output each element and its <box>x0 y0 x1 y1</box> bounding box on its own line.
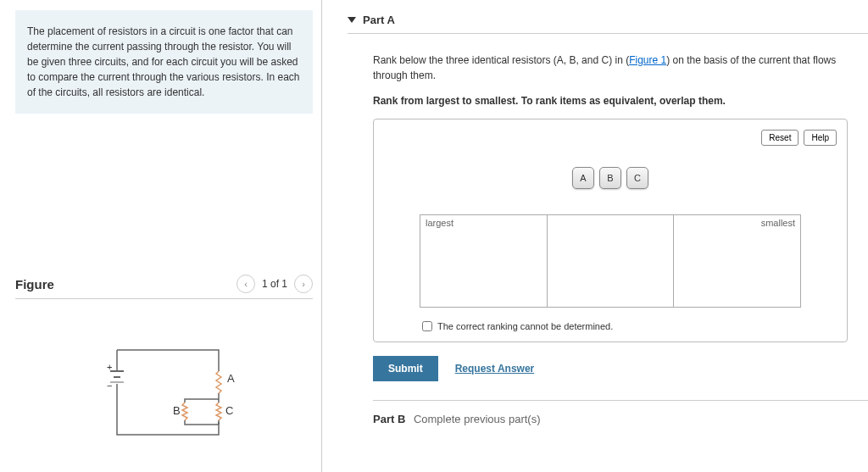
figure-section: Figure ‹ 1 of 1 › <box>15 275 313 446</box>
chevron-left-icon: ‹ <box>244 279 248 289</box>
rank-item-c[interactable]: C <box>626 167 648 189</box>
rank-bin-3[interactable] <box>674 215 800 307</box>
part-b-label: Part B <box>373 413 405 425</box>
ranking-instruction: Rank from largest to smallest. To rank i… <box>373 95 868 107</box>
figure-next-button[interactable]: › <box>294 275 313 293</box>
figure-prev-button[interactable]: ‹ <box>236 275 255 293</box>
circuit-diagram: + − A B C <box>92 333 244 443</box>
rank-bins[interactable]: largest smallest <box>420 214 801 308</box>
smallest-label: smallest <box>761 218 795 228</box>
part-a-header[interactable]: Part A <box>348 7 868 34</box>
cannot-determine-row[interactable]: The correct ranking cannot be determined… <box>384 318 837 331</box>
resistor-b-label: B <box>173 404 181 417</box>
part-b-text: Complete previous part(s) <box>414 413 541 425</box>
rank-items-pool: A B C <box>384 167 837 189</box>
figure-title: Figure <box>15 277 54 292</box>
figure-nav-text: 1 of 1 <box>262 278 287 290</box>
figure-link[interactable]: Figure 1 <box>629 54 666 66</box>
rank-item-a[interactable]: A <box>572 167 594 189</box>
problem-statement: The placement of resistors in a circuit … <box>15 10 313 114</box>
ranking-widget: Reset Help A B C largest smallest The co… <box>373 119 848 342</box>
resistor-c-label: C <box>225 404 233 417</box>
question-text: Rank below the three identical resistors… <box>373 53 868 83</box>
resistor-a-label: A <box>227 372 235 385</box>
request-answer-link[interactable]: Request Answer <box>455 363 535 375</box>
help-button[interactable]: Help <box>804 130 837 146</box>
part-a-title: Part A <box>363 14 395 26</box>
battery-minus-label: − <box>107 380 112 391</box>
cannot-determine-checkbox[interactable] <box>422 321 432 331</box>
rank-bin-1[interactable] <box>420 215 548 307</box>
largest-label: largest <box>426 218 453 228</box>
rank-item-b[interactable]: B <box>599 167 621 189</box>
collapse-icon <box>348 17 356 23</box>
cannot-determine-label: The correct ranking cannot be determined… <box>437 321 613 331</box>
rank-bin-2[interactable] <box>548 215 675 307</box>
part-b-row: Part B Complete previous part(s) <box>373 400 868 425</box>
chevron-right-icon: › <box>302 279 305 289</box>
battery-plus-label: + <box>107 362 112 372</box>
submit-button[interactable]: Submit <box>373 356 438 381</box>
reset-button[interactable]: Reset <box>761 130 798 146</box>
